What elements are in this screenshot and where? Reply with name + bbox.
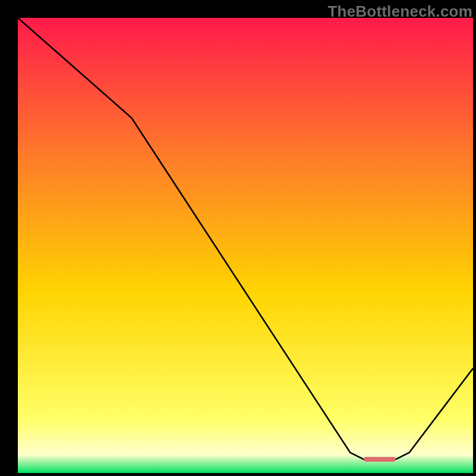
watermark-text: TheBottleneck.com (328, 2, 472, 21)
bottleneck-chart (18, 18, 473, 473)
optimal-range-marker (364, 457, 396, 462)
gradient-background (18, 18, 473, 473)
chart-frame: TheBottleneck.com (0, 0, 476, 476)
plot-area (18, 18, 473, 473)
